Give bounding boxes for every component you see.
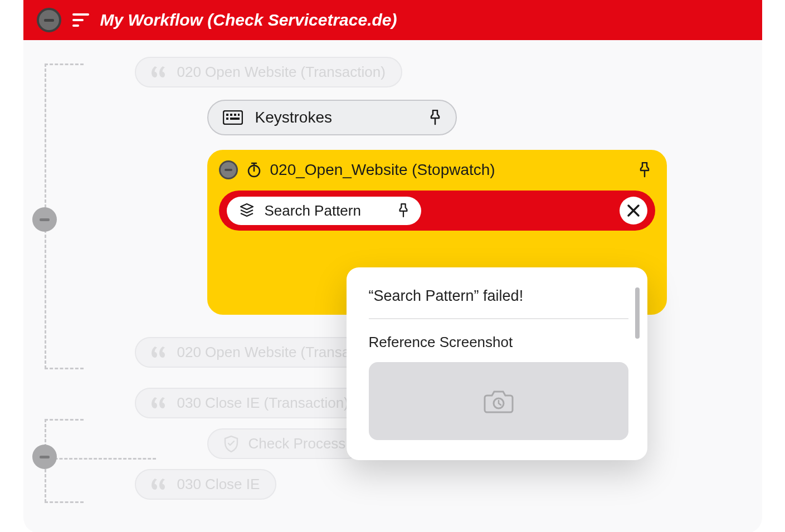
svg-rect-3 (234, 114, 236, 116)
connector-line (45, 64, 84, 65)
popup-section-label: Reference Screenshot (369, 334, 628, 351)
stopwatch-icon (247, 162, 261, 178)
connector-line (45, 368, 84, 369)
scrollbar-thumb[interactable] (635, 287, 640, 339)
titlebar: My Workflow (Check Servicetrace.de) (23, 0, 762, 40)
connector-line (45, 501, 84, 503)
node-transaction[interactable]: 020 Open Website (Transaction) (135, 57, 740, 87)
connector-line (45, 458, 156, 460)
node-label: 020_Open_Website (Stopwatch) (270, 161, 495, 179)
divider (369, 318, 628, 319)
svg-rect-6 (230, 118, 240, 120)
stopwatch-header[interactable]: 020_Open_Website (Stopwatch) (209, 152, 665, 191)
error-node[interactable]: Search Pattern (219, 191, 655, 231)
collapse-all-button[interactable] (37, 8, 61, 32)
close-button[interactable] (620, 197, 647, 224)
workflow-window: My Workflow (Check Servicetrace.de) 020 … (23, 0, 762, 532)
branch-collapse-button[interactable] (32, 207, 57, 232)
scrollbar[interactable] (635, 287, 640, 455)
quote-icon (152, 397, 167, 409)
node-label: 030 Close IE (Transaction) (177, 394, 349, 412)
connector-line (45, 419, 84, 421)
shield-check-icon (224, 436, 238, 452)
svg-rect-4 (238, 114, 240, 116)
node-label: 030 Close IE (177, 476, 260, 493)
error-popup: “Search Pattern” failed! Reference Scree… (347, 267, 647, 460)
node-label: Keystrokes (255, 109, 333, 126)
workflow-title: My Workflow (Check Servicetrace.de) (100, 11, 397, 30)
svg-rect-5 (226, 118, 228, 120)
collapse-button[interactable] (219, 160, 238, 179)
quote-icon (152, 66, 167, 79)
node-label: Search Pattern (265, 202, 361, 219)
pin-icon[interactable] (398, 203, 409, 218)
svg-rect-2 (230, 114, 232, 116)
keyboard-icon (223, 110, 243, 125)
node-label: 020 Open Website (Transaction) (177, 64, 386, 81)
workflow-canvas: 020 Open Website (Transaction) Keystroke… (23, 40, 762, 532)
quote-icon (152, 346, 167, 359)
search-pattern-chip[interactable]: Search Pattern (227, 197, 421, 225)
screenshot-placeholder[interactable] (369, 362, 628, 440)
node-step[interactable]: 030 Close IE (135, 469, 740, 500)
branch-collapse-button[interactable] (32, 445, 57, 469)
camera-icon (484, 389, 514, 413)
popup-title: “Search Pattern” failed! (369, 287, 628, 305)
pin-icon[interactable] (638, 162, 651, 178)
node-keystrokes[interactable]: Keystrokes (207, 100, 740, 135)
pin-icon[interactable] (429, 110, 441, 125)
menu-icon[interactable] (72, 13, 89, 27)
layers-icon (239, 203, 255, 218)
quote-icon (152, 479, 167, 491)
svg-rect-1 (226, 114, 228, 116)
node-label: Check Process (248, 435, 346, 452)
